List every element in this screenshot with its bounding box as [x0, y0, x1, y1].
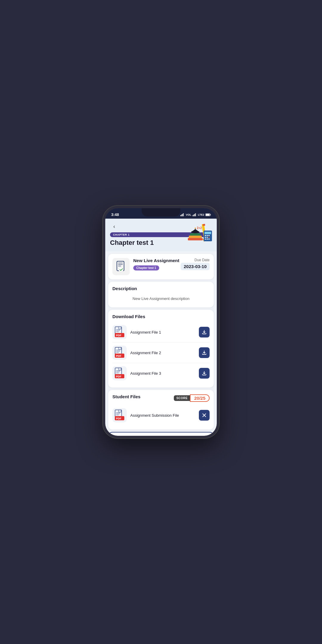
svg-rect-21 — [208, 235, 210, 236]
student-file-row-1: PDF Assignment Submission File — [112, 405, 210, 425]
svg-rect-5 — [193, 214, 194, 216]
remove-file-button[interactable] — [199, 410, 210, 421]
svg-rect-12 — [189, 236, 202, 238]
file-name-3: Assignment File 3 — [130, 371, 195, 376]
download-icon-3 — [202, 371, 207, 376]
svg-text:PDF: PDF — [116, 354, 122, 357]
svg-rect-31 — [195, 228, 196, 231]
close-icon — [202, 413, 206, 417]
description-title: Description — [112, 286, 210, 291]
svg-point-32 — [195, 228, 196, 229]
status-icons: VOL LTE2 — [180, 213, 211, 216]
svg-rect-45 — [119, 368, 121, 370]
signal-icon — [180, 213, 185, 216]
svg-rect-22 — [205, 237, 206, 238]
document-check-icon — [116, 261, 126, 273]
pdf-file-icon-3: PDF — [114, 368, 125, 379]
file-name-2: Assignment File 2 — [130, 351, 195, 355]
svg-text:PDF: PDF — [116, 417, 122, 420]
svg-rect-24 — [208, 237, 210, 238]
header-illustration: 2+2 — [186, 222, 213, 245]
download-button-1[interactable] — [199, 327, 210, 337]
svg-rect-18 — [205, 232, 211, 234]
svg-rect-3 — [183, 213, 184, 216]
svg-rect-0 — [180, 215, 181, 216]
score-value: 20/25 — [190, 394, 210, 402]
svg-rect-20 — [207, 235, 208, 236]
back-button[interactable]: ‹ — [110, 222, 118, 231]
file-icon-box-2: PDF — [112, 346, 127, 360]
download-button-3[interactable] — [199, 368, 210, 379]
assignment-title: New Live Assignment — [133, 258, 179, 263]
screen-content: ‹ CHAPTER 1 Chapter test 1 — [105, 219, 217, 436]
submission-file-name: Assignment Submission File — [130, 413, 195, 418]
assignment-icon-box — [112, 258, 130, 275]
svg-rect-2 — [182, 214, 183, 216]
description-text: New Live Assignment description — [112, 294, 210, 303]
svg-rect-7 — [195, 213, 196, 216]
due-date: 2023-03-10 — [181, 263, 210, 270]
download-icon-1 — [202, 330, 207, 335]
assignment-chapter-tag: Chapter test 1 — [133, 265, 159, 270]
svg-rect-1 — [181, 214, 182, 216]
svg-rect-9 — [210, 214, 211, 215]
svg-text:PDF: PDF — [116, 375, 122, 378]
svg-rect-13 — [190, 233, 201, 236]
file-icon-box-3: PDF — [112, 366, 127, 380]
assignment-card: New Live Assignment Chapter test 1 Due D… — [108, 254, 214, 279]
svg-rect-49 — [119, 410, 121, 412]
download-icon-2 — [202, 350, 207, 355]
file-name-1: Assignment File 1 — [130, 330, 195, 335]
download-files-card: Download Files PDF Assignment File 1 — [108, 310, 214, 388]
svg-rect-16 — [203, 224, 205, 226]
svg-text:2+2: 2+2 — [197, 226, 202, 230]
svg-rect-25 — [205, 239, 206, 239]
student-files-header: Student Files SCORE 20/25 — [112, 394, 210, 402]
student-files-title: Student Files — [112, 394, 140, 399]
phone-notch — [142, 208, 180, 217]
phone-frame: 3:48 VOL LTE2 — [103, 206, 219, 438]
svg-rect-26 — [207, 239, 208, 239]
network-type: VOL — [186, 213, 191, 216]
upload-button-container[interactable]: Upload File — [108, 432, 214, 436]
svg-text:PDF: PDF — [116, 334, 122, 337]
download-button-2[interactable] — [199, 347, 210, 358]
svg-rect-27 — [208, 239, 210, 239]
due-label: Due Date — [181, 258, 210, 262]
svg-rect-41 — [119, 347, 121, 350]
score-container: SCORE 20/25 — [174, 394, 210, 402]
download-files-title: Download Files — [112, 314, 210, 319]
status-time: 3:48 — [111, 212, 119, 217]
download-file-row-3: PDF Assignment File 3 — [112, 363, 210, 383]
score-label: SCORE — [174, 395, 190, 401]
download-file-row-1: PDF Assignment File 1 — [112, 322, 210, 343]
svg-rect-10 — [206, 214, 210, 216]
lte-label: LTE2 — [198, 213, 204, 216]
svg-rect-37 — [119, 327, 121, 329]
header-section: ‹ CHAPTER 1 Chapter test 1 — [105, 219, 217, 251]
pdf-file-icon-1: PDF — [114, 326, 125, 338]
student-files-card: Student Files SCORE 20/25 PDF — [108, 390, 214, 430]
svg-rect-6 — [194, 214, 195, 216]
pdf-file-icon-2: PDF — [114, 347, 125, 358]
lte-signal-icon — [193, 213, 197, 216]
file-icon-box-1: PDF — [112, 325, 127, 339]
svg-rect-23 — [207, 237, 208, 238]
pdf-submission-icon: PDF — [114, 410, 125, 421]
submission-file-icon-box: PDF — [112, 408, 127, 422]
svg-rect-4 — [193, 215, 193, 216]
description-card: Description New Live Assignment descript… — [108, 282, 214, 307]
battery-icon — [205, 213, 211, 216]
download-file-row-2: PDF Assignment File 2 — [112, 343, 210, 363]
svg-rect-19 — [205, 235, 206, 236]
svg-rect-11 — [188, 238, 203, 240]
